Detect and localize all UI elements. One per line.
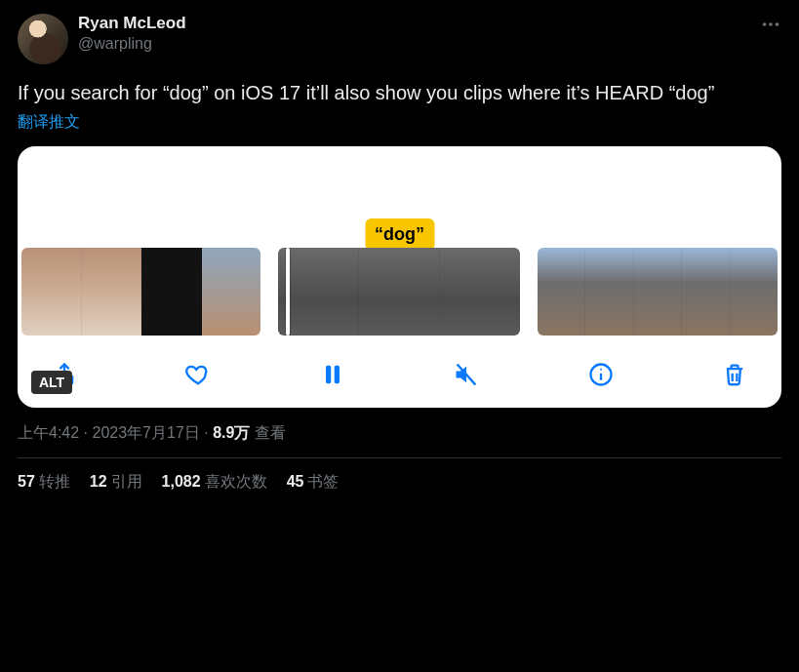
- svg-point-1: [769, 22, 773, 26]
- clip-group[interactable]: [538, 248, 778, 336]
- tweet-header: Ryan McLeod @warpling: [18, 14, 781, 64]
- post-date[interactable]: 2023年7月17日: [92, 424, 199, 441]
- post-time[interactable]: 上午4:42: [18, 424, 79, 441]
- search-match-label: “dog”: [365, 218, 434, 251]
- retweets-stat[interactable]: 57转推: [18, 472, 70, 493]
- video-timeline[interactable]: [18, 248, 781, 336]
- thumbnail-frame: [585, 248, 633, 336]
- translate-link[interactable]: 翻译推文: [18, 113, 80, 130]
- embedded-media: “dog”: [18, 146, 781, 408]
- handle: @warpling: [78, 35, 186, 53]
- mute-icon[interactable]: [453, 361, 480, 388]
- thumbnail-frame: [141, 248, 202, 336]
- thumbnail-frame: [538, 248, 585, 336]
- svg-point-2: [776, 22, 779, 26]
- more-icon[interactable]: [760, 14, 781, 39]
- heart-icon[interactable]: [184, 361, 212, 388]
- clip-group[interactable]: [21, 248, 260, 336]
- quotes-stat[interactable]: 12引用: [90, 472, 142, 493]
- thumbnail-frame: [278, 248, 359, 336]
- likes-stat[interactable]: 1,082喜欢次数: [162, 472, 267, 493]
- display-name: Ryan McLeod: [78, 14, 186, 33]
- thumbnail-frame: [731, 248, 778, 336]
- thumbnail-frame: [359, 248, 440, 336]
- thumbnail-frame: [202, 248, 261, 336]
- pause-icon[interactable]: [319, 361, 346, 388]
- info-icon[interactable]: [587, 361, 615, 388]
- bookmarks-stat[interactable]: 45书签: [287, 472, 340, 493]
- divider: [18, 457, 781, 458]
- svg-point-0: [763, 22, 767, 26]
- views-count: 8.9万: [213, 424, 250, 441]
- media-controls: [18, 336, 781, 394]
- thumbnail-frame: [634, 248, 682, 336]
- thumbnail-frame: [682, 248, 730, 336]
- avatar[interactable]: [18, 14, 68, 64]
- views-label: 查看: [250, 424, 285, 441]
- thumbnail-frame: [440, 248, 520, 336]
- alt-badge[interactable]: ALT: [31, 371, 72, 394]
- svg-point-8: [600, 369, 602, 371]
- tweet-meta: 上午4:42 · 2023年7月17日 · 8.9万 查看: [18, 423, 781, 444]
- trash-icon[interactable]: [721, 361, 748, 388]
- clip-group[interactable]: [278, 248, 520, 336]
- engagement-stats: 57转推 12引用 1,082喜欢次数 45书签: [18, 472, 781, 493]
- playhead[interactable]: [286, 248, 290, 336]
- svg-rect-4: [335, 366, 340, 384]
- tweet-text: If you search for “dog” on iOS 17 it’ll …: [18, 80, 781, 106]
- author-block[interactable]: Ryan McLeod @warpling: [78, 14, 186, 53]
- thumbnail-frame: [21, 248, 82, 336]
- svg-rect-3: [326, 366, 331, 384]
- thumbnail-frame: [82, 248, 142, 336]
